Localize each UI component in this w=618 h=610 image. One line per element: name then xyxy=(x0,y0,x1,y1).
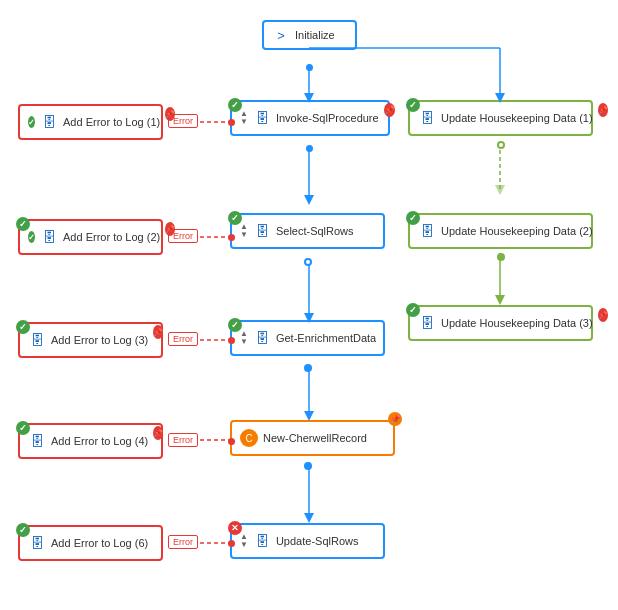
error-label-4: Error xyxy=(168,433,198,447)
badge-error2-inner: ✓ xyxy=(28,231,35,243)
badge-hk2: ✓ xyxy=(406,211,420,225)
dot-hk1-out xyxy=(497,141,505,149)
new-cherwell-label: New-CherwellRecord xyxy=(263,432,367,444)
pin-cherwell: 📌 xyxy=(388,412,402,426)
db-icon-enrich: 🗄 xyxy=(253,329,271,347)
node-invoke-sql[interactable]: ▲▼ 🗄 Invoke-SqlProcedure 📌 xyxy=(230,100,390,136)
dot-cherwell-out xyxy=(304,462,312,470)
badge-error3: ✓ xyxy=(16,320,30,334)
badge-hk3: ✓ xyxy=(406,303,420,317)
dot-hk2-out xyxy=(497,253,505,261)
node-update-hk2[interactable]: 🗄 Update Housekeeping Data (2) xyxy=(408,213,593,249)
badge-error4: ✓ xyxy=(16,421,30,435)
update-hk1-label: Update Housekeeping Data (1) xyxy=(441,112,593,124)
db-icon-err3: 🗄 xyxy=(28,331,46,349)
node-add-error-3[interactable]: 🗄 Add Error to Log (3) 📌 xyxy=(18,322,163,358)
dot-select-out xyxy=(304,258,312,266)
badge-error2: ✓ xyxy=(16,217,30,231)
add-error-2-label: Add Error to Log (2) xyxy=(63,231,160,243)
db-icon-err6: 🗄 xyxy=(28,534,46,552)
badge-hk1: ✓ xyxy=(406,98,420,112)
dot-invoke-out xyxy=(306,145,313,152)
terminal-icon: > xyxy=(272,26,290,44)
pin-err3: 📌 xyxy=(153,325,163,339)
invoke-sql-label: Invoke-SqlProcedure xyxy=(276,112,379,124)
badge-enrich: ✓ xyxy=(228,318,242,332)
node-update-hk3[interactable]: 🗄 Update Housekeeping Data (3) 📌 xyxy=(408,305,593,341)
get-enrichment-label: Get-EnrichmentData xyxy=(276,332,376,344)
badge-update-sql: ✕ xyxy=(228,521,242,535)
db-icon-select: 🗄 xyxy=(253,222,271,240)
add-error-4-label: Add Error to Log (4) xyxy=(51,435,148,447)
db-icon-err2: 🗄 xyxy=(40,228,58,246)
add-error-6-label: Add Error to Log (6) xyxy=(51,537,148,549)
node-new-cherwell[interactable]: C New-CherwellRecord xyxy=(230,420,395,456)
add-error-1-label: Add Error to Log (1) xyxy=(63,116,160,128)
badge-error6: ✓ xyxy=(16,523,30,537)
db-icon-hk3: 🗄 xyxy=(418,314,436,332)
dot-err2 xyxy=(228,234,235,241)
dot-enrich-out xyxy=(304,364,312,372)
node-add-error-4[interactable]: 🗄 Add Error to Log (4) 📌 xyxy=(18,423,163,459)
node-update-hk1[interactable]: 🗄 Update Housekeeping Data (1) 📌 xyxy=(408,100,593,136)
update-hk2-label: Update Housekeeping Data (2) xyxy=(441,225,593,237)
select-sql-label: Select-SqlRows xyxy=(276,225,354,237)
error-label-6: Error xyxy=(168,535,198,549)
badge-invoke: ✓ xyxy=(228,98,242,112)
update-hk3-label: Update Housekeeping Data (3) xyxy=(441,317,593,329)
badge-select: ✓ xyxy=(228,211,242,225)
db-icon-update: 🗄 xyxy=(253,532,271,550)
node-add-error-1[interactable]: ✓ 🗄 Add Error to Log (1) 📌 xyxy=(18,104,163,140)
sort-icon-enrich: ▲▼ xyxy=(240,330,248,346)
db-icon-invoke: 🗄 xyxy=(253,109,271,127)
add-error-3-label: Add Error to Log (3) xyxy=(51,334,148,346)
sort-icon-select: ▲▼ xyxy=(240,223,248,239)
update-sql-label: Update-SqlRows xyxy=(276,535,359,547)
cherwell-icon: C xyxy=(240,429,258,447)
node-select-sql[interactable]: ▲▼ 🗄 Select-SqlRows xyxy=(230,213,385,249)
sort-icon: ▲▼ xyxy=(240,110,248,126)
node-initialize[interactable]: > Initialize xyxy=(262,20,357,50)
pin-err4: 📌 xyxy=(153,426,163,440)
error-label-3: Error xyxy=(168,332,198,346)
node-add-error-2[interactable]: ✓ 🗄 Add Error to Log (2) 📌 xyxy=(18,219,163,255)
dot-err1 xyxy=(228,119,235,126)
node-update-sql[interactable]: ▲▼ 🗄 Update-SqlRows xyxy=(230,523,385,559)
badge-error1: ✓ xyxy=(28,116,35,128)
pin-badge-invoke: 📌 xyxy=(384,103,395,117)
node-get-enrichment[interactable]: ▲▼ 🗄 Get-EnrichmentData xyxy=(230,320,385,356)
dot-err3 xyxy=(228,337,235,344)
dot-err4 xyxy=(228,438,235,445)
dot-initialize-out xyxy=(306,64,313,71)
dot-err6 xyxy=(228,540,235,547)
db-icon-err4: 🗄 xyxy=(28,432,46,450)
sort-icon-update: ▲▼ xyxy=(240,533,248,549)
initialize-label: Initialize xyxy=(295,29,335,41)
pin-hk1: 📌 xyxy=(598,103,608,117)
pin-hk3: 📌 xyxy=(598,308,608,322)
node-add-error-6[interactable]: 🗄 Add Error to Log (6) xyxy=(18,525,163,561)
db-icon-hk2: 🗄 xyxy=(418,222,436,240)
db-icon-err1: 🗄 xyxy=(40,113,58,131)
workflow-diagram: > Initialize ▲▼ 🗄 Invoke-SqlProcedure 📌 … xyxy=(0,0,618,610)
db-icon-hk1: 🗄 xyxy=(418,109,436,127)
